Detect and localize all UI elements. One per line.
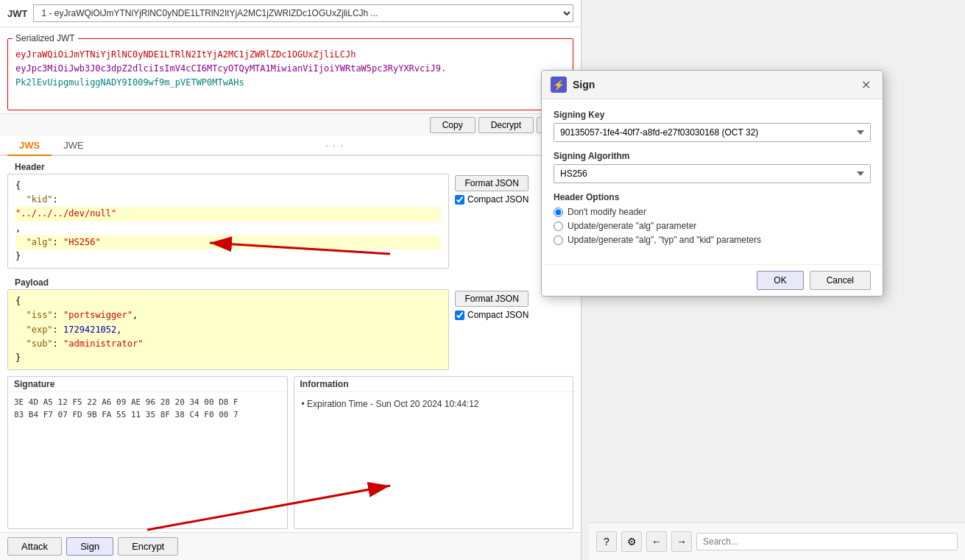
header-compact-json-text: Compact JSON [467, 194, 529, 205]
jwt-label: JWT [7, 8, 27, 19]
radio-label-2: Update/generate "alg" parameter [568, 221, 696, 231]
signature-label: Signature [8, 377, 287, 392]
dialog-title: Sign [573, 79, 852, 91]
payload-json-content[interactable]: { "iss": "portswigger", "exp": 172942105… [8, 290, 448, 369]
payload-iss-key: "iss" [26, 310, 52, 320]
radio-label-3: Update/generate "alg", "typ" and "kid" p… [568, 235, 761, 245]
settings-button[interactable]: ⚙ [621, 531, 642, 552]
bottom-bar: Attack Sign Encrypt [0, 532, 581, 560]
radio-label-1: Don't modify header [568, 207, 646, 217]
dialog-cancel-button[interactable]: Cancel [810, 271, 871, 290]
payload-sub-value: "administrator" [63, 339, 143, 349]
payload-sub-key: "sub" [26, 339, 52, 349]
dialog-icon-symbol: ⚡ [553, 79, 565, 91]
header-side-btns: Format JSON Compact JSON [455, 174, 529, 205]
payload-format-json-button[interactable]: Format JSON [455, 291, 529, 307]
signature-content: 3E 4D A5 12 F5 22 A6 09 AE 96 28 20 34 0… [8, 392, 287, 425]
action-buttons-row: Copy Decrypt Ver [0, 113, 581, 136]
forward-button[interactable]: → [671, 531, 692, 552]
serialized-line-2: eyJpc3MiOiJwb3J0c3dpZ2dlciIsImV4cCI6MTcy… [15, 62, 565, 76]
payload-exp-value: 1729421052, [63, 325, 121, 335]
payload-compact-json-label[interactable]: Compact JSON [455, 310, 529, 320]
tabs-row: JWS JWE · · · [0, 136, 581, 156]
payload-editor-row: { "iss": "portswigger", "exp": 172942105… [7, 289, 573, 370]
sign-button[interactable]: Sign [66, 537, 113, 556]
payload-open-brace: { [15, 294, 441, 308]
header-format-json-button[interactable]: Format JSON [455, 175, 529, 191]
dialog-ok-button[interactable]: OK [757, 271, 803, 290]
header-options-title: Header Options [554, 192, 871, 202]
dialog-close-button[interactable]: ✕ [858, 78, 874, 92]
header-kid-row: "kid": "../../../dev/null", [15, 193, 441, 235]
jwt-selector[interactable]: 1 - eyJraWQiOiJmYTNiYjRlNC0yNDE1LTRlN2It… [33, 4, 573, 22]
encrypt-button[interactable]: Encrypt [118, 537, 178, 556]
radio-input-3[interactable] [554, 235, 563, 245]
decrypt-button[interactable]: Decrypt [478, 117, 534, 133]
sign-dialog: ⚡ Sign ✕ Signing Key 90135057-1fe4-40f7-… [541, 70, 883, 297]
header-kid-value: "../../../dev/null" [15, 207, 441, 221]
payload-exp-row: "exp": 1729421052, [15, 323, 441, 337]
sig-line-2: 83 B4 F7 07 FD 9B FA 55 11 35 8F 38 C4 F… [14, 409, 281, 422]
bullet-icon: • [302, 399, 308, 409]
right-bottom-bar: ? ⚙ ← → [589, 522, 965, 560]
radio-option-1[interactable]: Don't modify header [554, 207, 871, 217]
sig-line-1: 3E 4D A5 12 F5 22 A6 09 AE 96 28 20 34 0… [14, 397, 281, 409]
payload-compact-json-text: Compact JSON [467, 310, 529, 320]
header-open-brace: { [15, 179, 441, 193]
payload-section: Payload { "iss": "portswigger", "exp": 1… [7, 274, 573, 370]
signing-algorithm-group: Signing Algorithm HS256 [554, 151, 871, 183]
serialized-line-1: eyJraWQiOiJmYTNiYjRlNC0yNDE1LTRlN2ItYjA2… [15, 48, 565, 62]
tab-jwe[interactable]: JWE [52, 136, 95, 156]
radio-input-2[interactable] [554, 221, 563, 231]
header-compact-json-checkbox[interactable] [455, 195, 464, 205]
header-options-group: Header Options Don't modify header Updat… [554, 192, 871, 245]
main-panel: JWT 1 - eyJraWQiOiJmYTNiYjRlNC0yNDE1LTRl… [0, 0, 582, 560]
back-button[interactable]: ← [646, 531, 667, 552]
header-json-content[interactable]: { "kid": "../../../dev/null", "alg": "HS… [8, 174, 448, 268]
serialized-jwt-content[interactable]: eyJraWQiOiJmYTNiYjRlNC0yNDE1LTRlN2ItYjA2… [8, 43, 573, 110]
dialog-header: ⚡ Sign ✕ [542, 71, 883, 99]
header-alg-key: "alg" [26, 237, 52, 247]
payload-close-brace: } [15, 351, 441, 365]
signing-key-label: Signing Key [554, 110, 871, 120]
radio-input-1[interactable] [554, 208, 563, 217]
header-section: Header { "kid": "../../../dev/null", "al… [7, 159, 573, 269]
tab-jws[interactable]: JWS [7, 136, 52, 156]
payload-iss-value: "portswigger" [63, 310, 132, 320]
dialog-title-icon: ⚡ [551, 77, 567, 93]
header-label: Header [7, 159, 573, 174]
payload-side-btns: Format JSON Compact JSON [455, 289, 529, 320]
payload-sub-row: "sub": "administrator" [15, 337, 441, 351]
dialog-footer: OK Cancel [542, 264, 883, 296]
attack-button[interactable]: Attack [7, 537, 62, 556]
radio-option-2[interactable]: Update/generate "alg" parameter [554, 221, 871, 231]
signing-algorithm-select[interactable]: HS256 [554, 164, 871, 183]
help-button[interactable]: ? [596, 531, 617, 552]
signature-panel: Signature 3E 4D A5 12 F5 22 A6 09 AE 96 … [7, 376, 288, 529]
tabs-separator: · · · [96, 138, 573, 153]
payload-compact-json-checkbox[interactable] [455, 311, 464, 320]
signing-key-group: Signing Key 90135057-1fe4-40f7-a8fd-e27f… [554, 110, 871, 142]
payload-iss-row: "iss": "portswigger", [15, 308, 441, 322]
signing-key-select[interactable]: 90135057-1fe4-40f7-a8fd-e27f03030168 (OC… [554, 123, 871, 142]
serialized-line-3: Pk2lEvUipgmuliggNADY9I009wf9m_pVETWP0MTw… [15, 76, 565, 90]
sig-info-row: Signature 3E 4D A5 12 F5 22 A6 09 AE 96 … [7, 376, 573, 529]
serialized-jwt-section: Serialized JWT eyJraWQiOiJmYTNiYjRlNC0yN… [7, 33, 573, 110]
header-alg-value: "HS256" [63, 237, 101, 247]
header-close-brace: } [15, 249, 441, 263]
header-editor-row: { "kid": "../../../dev/null", "alg": "HS… [7, 174, 573, 269]
dialog-body: Signing Key 90135057-1fe4-40f7-a8fd-e27f… [542, 99, 883, 264]
copy-button[interactable]: Copy [430, 117, 476, 133]
payload-exp-key: "exp" [26, 325, 52, 335]
information-label: Information [294, 377, 573, 392]
jwt-row: JWT 1 - eyJraWQiOiJmYTNiYjRlNC0yNDE1LTRl… [0, 0, 581, 27]
search-input[interactable] [696, 533, 958, 550]
radio-option-3[interactable]: Update/generate "alg", "typ" and "kid" p… [554, 235, 871, 245]
payload-editor-box: { "iss": "portswigger", "exp": 172942105… [7, 289, 449, 370]
header-kid-key: "kid" [26, 194, 52, 205]
payload-label: Payload [7, 274, 573, 289]
information-content: • Expiration Time - Sun Oct 20 2024 10:4… [294, 392, 573, 417]
header-compact-json-label[interactable]: Compact JSON [455, 194, 529, 205]
serialized-jwt-legend: Serialized JWT [13, 33, 78, 43]
header-editor-box: { "kid": "../../../dev/null", "alg": "HS… [7, 174, 449, 269]
